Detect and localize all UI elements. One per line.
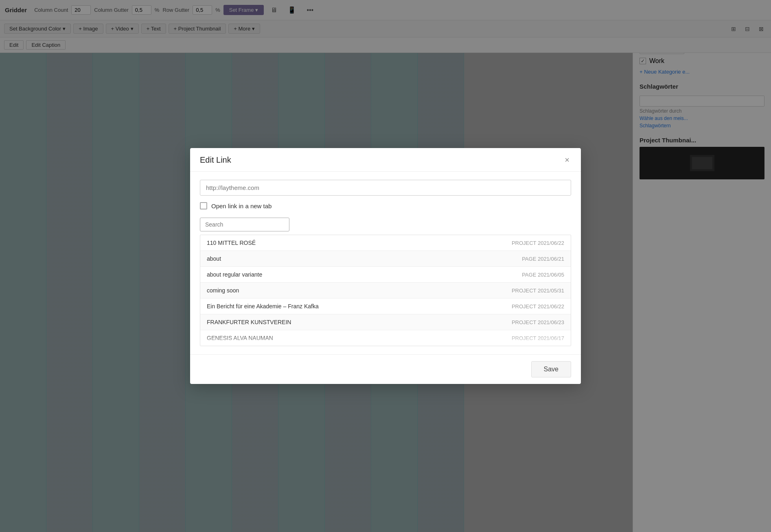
result-name: about regular variante bbox=[207, 271, 262, 278]
result-row[interactable]: FRANKFURTER KUNSTVEREINPROJECT 2021/06/2… bbox=[200, 314, 571, 330]
result-meta: PROJECT 2021/05/31 bbox=[512, 288, 564, 294]
url-input[interactable] bbox=[200, 180, 571, 196]
modal-footer: Save bbox=[190, 354, 581, 384]
modal-body: Open link in a new tab 110 MITTEL ROSÉPR… bbox=[190, 172, 581, 354]
modal-close-button[interactable]: × bbox=[563, 155, 571, 165]
result-row[interactable]: about regular variantePAGE 2021/06/05 bbox=[200, 267, 571, 283]
modal-header: Edit Link × bbox=[190, 148, 581, 172]
result-meta: PAGE 2021/06/21 bbox=[522, 256, 564, 262]
result-row[interactable]: aboutPAGE 2021/06/21 bbox=[200, 251, 571, 267]
result-name: about bbox=[207, 255, 221, 262]
result-row[interactable]: 110 MITTEL ROSÉPROJECT 2021/06/22 bbox=[200, 235, 571, 251]
modal-title: Edit Link bbox=[200, 155, 231, 165]
results-container: 110 MITTEL ROSÉPROJECT 2021/06/22aboutPA… bbox=[200, 235, 571, 346]
open-new-tab-row: Open link in a new tab bbox=[200, 202, 571, 209]
modal-overlay[interactable]: Edit Link × Open link in a new tab 110 M… bbox=[0, 0, 771, 532]
result-row[interactable]: Ein Bericht für eine Akademie – Franz Ka… bbox=[200, 299, 571, 314]
result-meta: PROJECT 2021/06/17 bbox=[512, 335, 564, 341]
open-new-tab-checkbox[interactable] bbox=[200, 202, 207, 209]
result-name: coming soon bbox=[207, 287, 239, 294]
result-meta: PROJECT 2021/06/23 bbox=[512, 319, 564, 325]
result-meta: PROJECT 2021/06/22 bbox=[512, 303, 564, 310]
result-meta: PROJECT 2021/06/22 bbox=[512, 240, 564, 246]
result-name: GENESIS ALVA NAUMAN bbox=[207, 335, 273, 341]
open-new-tab-label: Open link in a new tab bbox=[211, 203, 272, 209]
result-row[interactable]: coming soonPROJECT 2021/05/31 bbox=[200, 283, 571, 299]
edit-link-modal: Edit Link × Open link in a new tab 110 M… bbox=[190, 148, 581, 384]
result-row[interactable]: GENESIS ALVA NAUMANPROJECT 2021/06/17 bbox=[200, 330, 571, 346]
results-list: 110 MITTEL ROSÉPROJECT 2021/06/22aboutPA… bbox=[200, 235, 571, 346]
result-name: 110 MITTEL ROSÉ bbox=[207, 240, 256, 246]
save-button[interactable]: Save bbox=[531, 361, 571, 377]
result-meta: PAGE 2021/06/05 bbox=[522, 272, 564, 278]
result-name: FRANKFURTER KUNSTVEREIN bbox=[207, 319, 291, 325]
search-input[interactable] bbox=[200, 218, 289, 231]
result-name: Ein Bericht für eine Akademie – Franz Ka… bbox=[207, 303, 319, 310]
